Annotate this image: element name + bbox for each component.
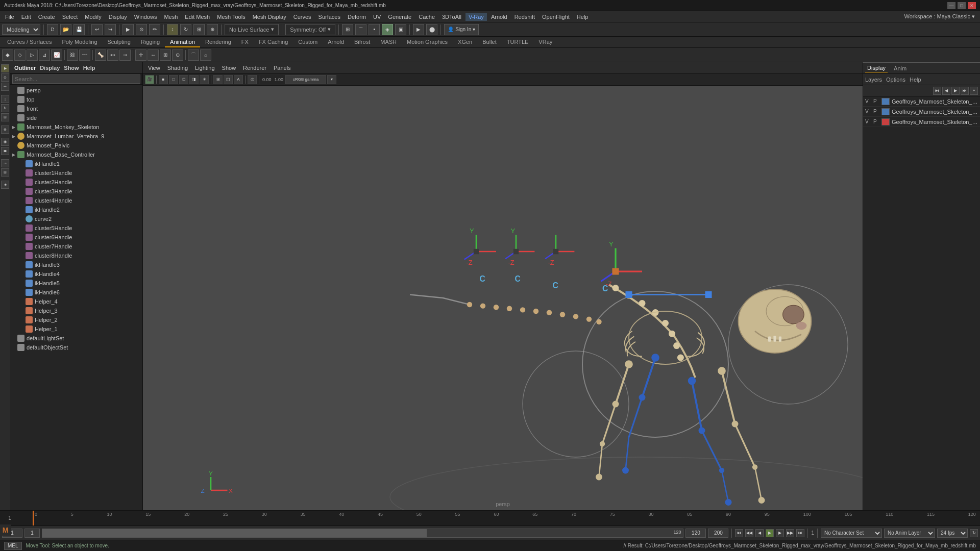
outliner-item[interactable]: curve2 bbox=[10, 214, 142, 223]
rdp-scroll-prev[interactable]: ◀ bbox=[942, 87, 950, 95]
vp-colorspace-arrow[interactable]: ▾ bbox=[327, 75, 336, 84]
tab-mash[interactable]: MASH bbox=[375, 37, 402, 47]
rotate-tool[interactable]: ↻ bbox=[180, 24, 191, 35]
outliner-item[interactable]: ikHandle4 bbox=[10, 269, 142, 279]
outliner-help-menu[interactable]: Help bbox=[83, 65, 95, 71]
anim-set-driven[interactable]: ⊿ bbox=[39, 49, 50, 61]
scale-tool[interactable]: ⊞ bbox=[193, 24, 205, 35]
lattice-btn[interactable]: ⊞ bbox=[1, 168, 9, 177]
layer3-v[interactable]: V bbox=[865, 119, 871, 124]
menu-edit-mesh[interactable]: Edit Mesh bbox=[182, 13, 213, 21]
timeline-playhead[interactable] bbox=[33, 511, 34, 525]
menu-mesh-tools[interactable]: Mesh Tools bbox=[214, 13, 248, 21]
outliner-item[interactable]: Helper_2 bbox=[10, 315, 142, 324]
open-button[interactable]: 📂 bbox=[60, 24, 71, 35]
snap-live-btn[interactable]: ⊸ bbox=[1, 159, 9, 167]
no-live-surface-dropdown[interactable]: No Live Surface ▾ bbox=[225, 24, 279, 35]
vp-grid-toggle[interactable]: ⊞ bbox=[213, 75, 223, 84]
menu-generate[interactable]: Generate bbox=[385, 13, 414, 21]
pb-prev-key[interactable]: ◀◀ bbox=[745, 529, 753, 537]
viewport-menu-renderer[interactable]: Renderer bbox=[240, 64, 270, 71]
outliner-item[interactable]: ikHandle3 bbox=[10, 260, 142, 269]
viewport-canvas[interactable]: -Z Y -Z Y -Z bbox=[143, 86, 863, 510]
anim-pivot[interactable]: ✛ bbox=[135, 49, 146, 61]
vp-colorspace-btn[interactable]: sRGB gamma bbox=[285, 75, 326, 84]
tab-curves-surfaces[interactable]: Curves / Surfaces bbox=[2, 37, 57, 47]
anim-curve-tool[interactable]: ⌒ bbox=[188, 49, 199, 61]
loop-btn[interactable]: ↻ bbox=[970, 529, 978, 537]
rdp-scroll-first[interactable]: ⏮ bbox=[933, 87, 941, 95]
rdp-scroll-last[interactable]: ⏭ bbox=[961, 87, 969, 95]
tab-rigging[interactable]: Rigging bbox=[136, 37, 165, 47]
outliner-display-menu[interactable]: Display bbox=[40, 65, 60, 71]
menu-cache[interactable]: Cache bbox=[415, 13, 438, 21]
menu-uv[interactable]: UV bbox=[370, 13, 384, 21]
menu-select[interactable]: Select bbox=[59, 13, 81, 21]
outliner-item[interactable]: ikHandle2 bbox=[10, 205, 142, 214]
sculpt-btn[interactable]: ⬬ bbox=[1, 147, 9, 155]
paint-mode-btn[interactable]: ✏ bbox=[1, 83, 9, 91]
menu-file[interactable]: File bbox=[2, 13, 17, 21]
pb-next-key[interactable]: ▶▶ bbox=[786, 529, 794, 537]
rdp-scroll-next[interactable]: ▶ bbox=[951, 87, 960, 95]
move-tool[interactable]: ↕ bbox=[167, 24, 178, 35]
ipr-btn[interactable]: ⬤ bbox=[426, 24, 437, 35]
viewport-menu-view[interactable]: View bbox=[145, 64, 163, 71]
outliner-item[interactable]: Helper_3 bbox=[10, 306, 142, 315]
menu-arnold[interactable]: Arnold bbox=[488, 13, 510, 21]
translate-btn[interactable]: ↕ bbox=[1, 95, 9, 103]
viewport-menu-shading[interactable]: Shading bbox=[164, 64, 191, 71]
pb-next-frame[interactable]: ▶ bbox=[776, 529, 784, 537]
menu-redshift[interactable]: Redshift bbox=[511, 13, 538, 21]
pb-play[interactable]: ▶ bbox=[766, 529, 774, 537]
menu-3dtoall[interactable]: 3DToAll bbox=[439, 13, 464, 21]
tab-arnold[interactable]: Arnold bbox=[323, 37, 349, 47]
paint-select[interactable]: ✏ bbox=[149, 24, 160, 35]
render-btn[interactable]: ▶ bbox=[413, 24, 424, 35]
vp-shading-mode[interactable]: ■ bbox=[159, 75, 168, 84]
vp-aa[interactable]: A bbox=[234, 75, 243, 84]
menu-windows[interactable]: Windows bbox=[131, 13, 160, 21]
anim-transform[interactable]: ↔ bbox=[148, 49, 159, 61]
new-button[interactable]: 🗋 bbox=[47, 24, 58, 35]
anim-skin[interactable]: ⊷ bbox=[107, 49, 118, 61]
outliner-item[interactable]: ikHandle6 bbox=[10, 288, 142, 297]
save-button[interactable]: 💾 bbox=[74, 24, 85, 35]
menu-create[interactable]: Create bbox=[35, 13, 58, 21]
tab-fx[interactable]: FX bbox=[236, 37, 254, 47]
outliner-show-menu[interactable]: Show bbox=[64, 65, 79, 71]
outliner-item[interactable]: defaultLightSet bbox=[10, 334, 142, 343]
anim-curve2[interactable]: ⌕ bbox=[200, 49, 211, 61]
pb-prev-frame[interactable]: ◀ bbox=[755, 529, 764, 537]
rdp-sub-layers[interactable]: Layers bbox=[865, 77, 882, 83]
menu-openflight[interactable]: OpenFlight bbox=[539, 13, 573, 21]
menu-deform[interactable]: Deform bbox=[345, 13, 369, 21]
outliner-item[interactable]: cluster2Handle bbox=[10, 178, 142, 187]
layer3-name[interactable]: Geoffroys_Marmoset_Skeleton_Rigged bbox=[892, 119, 978, 125]
outliner-item[interactable]: Helper_1 bbox=[10, 324, 142, 334]
workspace-dropdown[interactable]: Modeling bbox=[2, 24, 40, 35]
tab-bullet[interactable]: Bullet bbox=[477, 37, 502, 47]
tab-turtle[interactable]: TURTLE bbox=[502, 37, 534, 47]
layer1-name[interactable]: Geoffroys_Marmoset_Skeleton_Rigged_Co bbox=[892, 98, 978, 105]
outliner-item[interactable]: cluster1Handle bbox=[10, 168, 142, 178]
rdp-sub-help[interactable]: Help bbox=[910, 77, 921, 83]
tab-custom[interactable]: Custom bbox=[293, 37, 323, 47]
fps-dropdown[interactable]: 24 fps bbox=[937, 529, 968, 538]
rdp-tab-display[interactable]: Display bbox=[865, 64, 888, 72]
pb-goto-end[interactable]: ⏭ bbox=[796, 529, 804, 537]
mel-python-toggle[interactable]: MEL bbox=[4, 542, 22, 550]
outliner-item[interactable]: ikHandle1 bbox=[10, 159, 142, 168]
tab-xgen[interactable]: XGen bbox=[453, 37, 477, 47]
menu-edit[interactable]: Edit bbox=[18, 13, 34, 21]
anim-ik[interactable]: 🦴 bbox=[95, 49, 106, 61]
outliner-item[interactable]: ▶Marmoset_Monkey_Skeleton bbox=[10, 122, 142, 132]
menu-mesh-display[interactable]: Mesh Display bbox=[250, 13, 289, 21]
outliner-item[interactable]: front bbox=[10, 104, 142, 113]
rdp-tab-anim[interactable]: Anim bbox=[892, 64, 909, 72]
no-character-set-dropdown[interactable]: No Character Set bbox=[821, 529, 882, 538]
anim-deform[interactable]: ⊸ bbox=[119, 49, 131, 61]
menu-help[interactable]: Help bbox=[574, 13, 592, 21]
layer2-p[interactable]: P bbox=[873, 109, 879, 114]
maximize-button[interactable]: □ bbox=[958, 2, 966, 9]
